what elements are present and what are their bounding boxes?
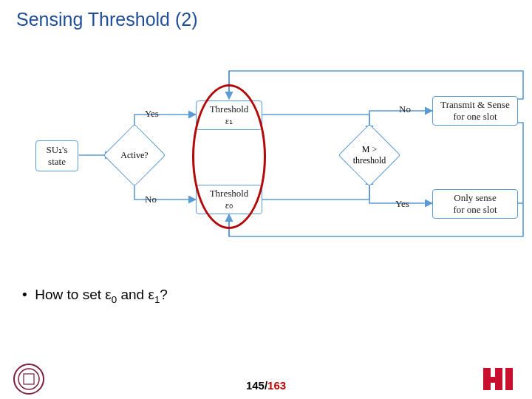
node-active-decision: Active? [112,133,157,177]
page-total: 163 [267,379,286,392]
node-active-label: Active? [120,150,148,161]
page-number: 145/163 [246,379,286,392]
bullet-mid: and ε [117,287,154,302]
edge-yes-1: Yes [145,108,159,120]
uh-logo [482,366,514,392]
node-compare-label: M > threshold [353,144,386,166]
flowchart: SU₁'s state Active? Threshold ε₁ Thresho… [0,66,532,259]
connectors [0,66,532,259]
node-compare-decision: M > threshold [347,133,392,177]
svg-rect-9 [483,377,502,383]
bullet-question: • How to set ε0 and ε1? [22,287,168,305]
bullet-tail: ? [160,287,168,302]
page-title: Sensing Threshold (2) [16,9,198,30]
edge-no-2: No [399,103,411,115]
node-transmit-sense: Transmit & Sense for one slot [432,96,518,126]
tsinghua-logo [13,364,44,395]
highlight-ellipse [192,84,266,229]
edge-yes-2: Yes [395,198,409,210]
page-current: 145 [246,379,265,392]
svg-rect-6 [24,374,34,384]
edge-no-1: No [145,194,157,205]
node-only-sense: Only sense for one slot [432,189,518,219]
svg-point-5 [18,369,39,389]
node-su-state: SU₁'s state [35,140,78,171]
bullet-lead: How to set ε [35,287,112,302]
